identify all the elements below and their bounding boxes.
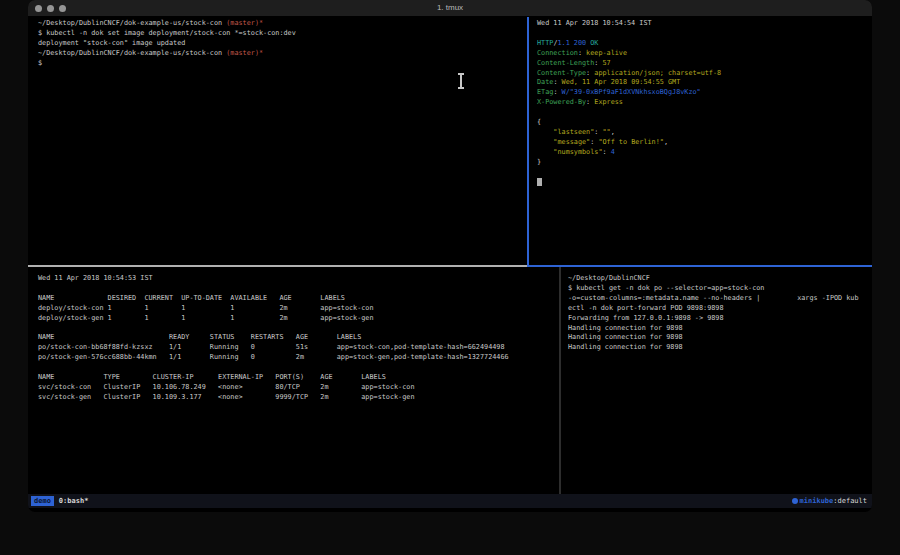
- terminal-text: NAME TYPE CLUSTER-IP EXTERNAL-IP PORT(S)…: [38, 373, 386, 381]
- terminal-line: Content-Type: application/json; charset=…: [537, 69, 872, 79]
- terminal-line: Handling connection for 9898: [568, 333, 872, 343]
- terminal-text: Connection: [537, 49, 578, 57]
- terminal-text: ~/Desktop/DublinCNCF/dok-example-us/stoc…: [38, 19, 226, 27]
- terminal-text: $ kubectl -n dok set image deployment/st…: [38, 29, 296, 37]
- terminal-line: po/stock-gen-576cc688bb-44kmn 1/1 Runnin…: [38, 353, 559, 363]
- terminal-text: 1.1 200: [557, 39, 586, 47]
- terminal-text: (master)*: [226, 49, 263, 57]
- tmux-window-label[interactable]: 0:bash*: [59, 497, 89, 505]
- terminal-line: ~/Desktop/DublinCNCF: [568, 274, 872, 284]
- terminal-text: svc/stock-con ClusterIP 10.106.78.249 <n…: [38, 383, 414, 391]
- terminal-text: Content-Length: [537, 59, 594, 67]
- terminal-line: ~/Desktop/DublinCNCF/dok-example-us/stoc…: [38, 19, 527, 29]
- pane-bottom-right-port-forward[interactable]: ~/Desktop/DublinCNCF$ kubectl get -n dok…: [561, 267, 872, 494]
- terminal-text: Date: [537, 78, 553, 86]
- terminal-text: OK: [586, 39, 598, 47]
- terminal-text: ectl -n dok port-forward POD 9898:9898: [568, 304, 724, 312]
- window-titlebar[interactable]: 1. tmux: [28, 0, 872, 17]
- terminal-line: ectl -n dok port-forward POD 9898:9898: [568, 304, 872, 314]
- terminal-text: "": [602, 128, 610, 136]
- terminal-text: $ kubectl get -n dok po --selector=app=s…: [568, 284, 764, 292]
- terminal-line: [38, 363, 559, 373]
- terminal-text: HTTP: [537, 39, 553, 47]
- terminal-text: X-Powered-By: [537, 98, 586, 106]
- terminal-text: :: [602, 148, 610, 156]
- terminal-line: NAME DESIRED CURRENT UP-TO-DATE AVAILABL…: [38, 294, 559, 304]
- terminal-text: Express: [594, 98, 623, 106]
- terminal-line: deployment "stock-con" image updated: [38, 39, 527, 49]
- terminal-line: Content-Length: 57: [537, 59, 872, 69]
- terminal-line: NAME TYPE CLUSTER-IP EXTERNAL-IP PORT(S)…: [38, 373, 559, 383]
- terminal-line: [537, 168, 872, 178]
- terminal-line: $ kubectl -n dok set image deployment/st…: [38, 29, 527, 39]
- kube-context-name: minikube: [800, 497, 834, 505]
- terminal-cursor: [537, 178, 542, 186]
- desktop-background: 1. tmux ~/Desktop/DublinCNCF/dok-example…: [0, 0, 900, 555]
- terminal-text: (master)*: [226, 19, 263, 27]
- tmux-status-right: minikube :default: [792, 497, 867, 505]
- terminal-line: $: [38, 59, 527, 69]
- terminal-text: :: [553, 88, 561, 96]
- terminal-line: [537, 178, 872, 188]
- terminal-text: "numsymbols": [537, 148, 602, 156]
- tmux-session-name: demo: [31, 496, 54, 506]
- window-title: 1. tmux: [28, 3, 872, 12]
- terminal-line: ETag: W/"39-0xBPf9aF1dXVNkhsxoBQgJ8vKzo": [537, 88, 872, 98]
- terminal-window: 1. tmux ~/Desktop/DublinCNCF/dok-example…: [28, 0, 872, 512]
- terminal-line: "lastseen": "",: [537, 128, 872, 138]
- terminal-text: 4: [611, 148, 615, 156]
- terminal-line: Handling connection for 9898: [568, 324, 872, 334]
- terminal-line: Forwarding from 127.0.0.1:9898 -> 9898: [568, 314, 872, 324]
- pane-bottom-left-kubectl-watch[interactable]: Wed 11 Apr 2018 10:54:53 IST NAME DESIRE…: [28, 267, 559, 494]
- terminal-text: Handling connection for 9898: [568, 333, 683, 341]
- terminal-line: ~/Desktop/DublinCNCF/dok-example-us/stoc…: [38, 49, 527, 59]
- terminal-text: Wed, 11 Apr 2018 09:54:55 GMT: [562, 78, 681, 86]
- terminal-text: :: [578, 49, 586, 57]
- terminal-text: NAME READY STATUS RESTARTS AGE LABELS: [38, 333, 361, 341]
- terminal-line: Connection: keep-alive: [537, 49, 872, 59]
- terminal-line: [38, 324, 559, 334]
- terminal-text: 57: [602, 59, 610, 67]
- terminal-text: Handling connection for 9898: [568, 343, 683, 351]
- tmux-status-bar: demo 0:bash* minikube :default: [28, 494, 872, 508]
- terminal-text: deployment "stock-con" image updated: [38, 39, 185, 47]
- terminal-text: $: [38, 59, 42, 67]
- terminal-line: [38, 284, 559, 294]
- terminal-line: Wed 11 Apr 2018 10:54:53 IST: [38, 274, 559, 284]
- terminal-text: ,: [611, 128, 615, 136]
- terminal-text: application/json; charset=utf-8: [594, 69, 721, 77]
- terminal-text: ,: [664, 138, 668, 146]
- terminal-text: deploy/stock-gen 1 1 1 1 2m app=stock-ge…: [38, 314, 374, 322]
- terminal-text: svc/stock-gen ClusterIP 10.109.3.177 <no…: [38, 393, 414, 401]
- terminal-line: Wed 11 Apr 2018 10:54:54 IST: [537, 19, 872, 29]
- terminal-line: }: [537, 158, 872, 168]
- terminal-text: ~/Desktop/DublinCNCF/dok-example-us/stoc…: [38, 49, 226, 57]
- terminal-text: }: [537, 158, 541, 166]
- terminal-line: HTTP/1.1 200 OK: [537, 39, 872, 49]
- terminal-text: {: [537, 118, 541, 126]
- terminal-line: svc/stock-gen ClusterIP 10.109.3.177 <no…: [38, 393, 559, 403]
- terminal-text: Handling connection for 9898: [568, 324, 683, 332]
- terminal-line: $ kubectl get -n dok po --selector=app=s…: [568, 284, 872, 294]
- terminal-line: po/stock-con-bb68f88fd-kzsxz 1/1 Running…: [38, 343, 559, 353]
- terminal-line: "numsymbols": 4: [537, 148, 872, 158]
- pane-top-right-http-response[interactable]: Wed 11 Apr 2018 10:54:54 IST HTTP/1.1 20…: [529, 17, 872, 265]
- terminal-text: "Off to Berlin!": [598, 138, 663, 146]
- terminal-line: svc/stock-con ClusterIP 10.106.78.249 <n…: [38, 383, 559, 393]
- terminal-text: ~/Desktop/DublinCNCF: [568, 274, 650, 282]
- terminal-text: NAME DESIRED CURRENT UP-TO-DATE AVAILABL…: [38, 294, 345, 302]
- terminal-line: X-Powered-By: Express: [537, 98, 872, 108]
- terminal-text: -o=custom-columns=:metadata.name --no-he…: [568, 294, 859, 302]
- terminal-line: {: [537, 118, 872, 128]
- pane-top-left-shell[interactable]: ~/Desktop/DublinCNCF/dok-example-us/stoc…: [28, 17, 527, 265]
- terminal-text: po/stock-gen-576cc688bb-44kmn 1/1 Runnin…: [38, 353, 509, 361]
- terminal-line: Handling connection for 9898: [568, 343, 872, 353]
- terminal-text: deploy/stock-con 1 1 1 1 2m app=stock-co…: [38, 304, 374, 312]
- terminal-text: Forwarding from 127.0.0.1:9898 -> 9898: [568, 314, 724, 322]
- terminal-line: NAME READY STATUS RESTARTS AGE LABELS: [38, 333, 559, 343]
- terminal-text: :: [553, 78, 561, 86]
- terminal-line: -o=custom-columns=:metadata.name --no-he…: [568, 294, 872, 304]
- terminal-text: ETag: [537, 88, 553, 96]
- terminal-text: Wed 11 Apr 2018 10:54:53 IST: [38, 274, 153, 282]
- terminal-text: W/"39-0xBPf9aF1dXVNkhsxoBQgJ8vKzo": [562, 88, 701, 96]
